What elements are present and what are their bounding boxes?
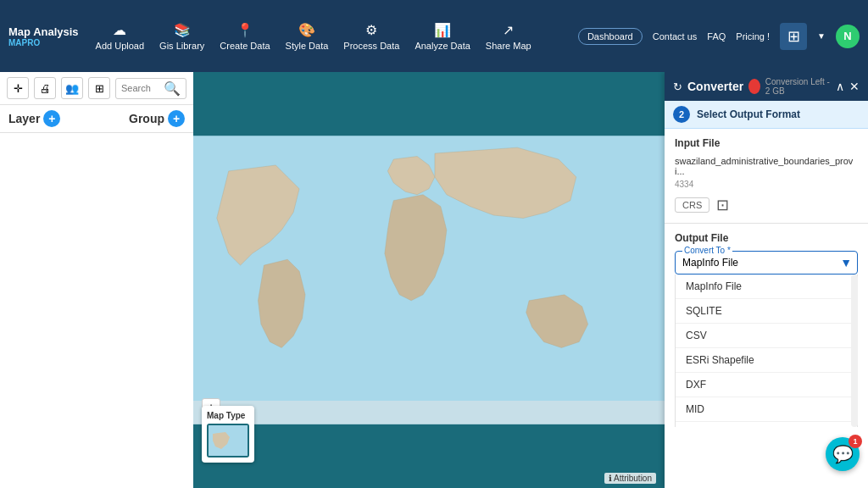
output-file-title: Output File [675,232,858,244]
map-type-panel: Map Type [202,406,254,463]
main-area: ✛ 🖨 👥 ⊞ 🔍 Layer + Group + [0,72,868,488]
format-item-mapinfo[interactable]: MapInfo File [676,274,857,299]
format-item-sqlite[interactable]: SQLITE [676,299,857,324]
map-area[interactable]: + − Map Type ℹ Attribution [193,72,665,488]
conversion-left-label: Conversion Left - 2 GB [765,77,831,96]
top-navigation-bar: Map Analysis MAPRO ☁ Add Upload 📚 Gis Li… [0,0,868,72]
add-upload-icon: ☁ [113,22,126,38]
contact-us-link[interactable]: Contact us [653,31,698,42]
input-file-section: Input File swaziland_administrative_boun… [665,129,868,224]
gis-library-icon: 📚 [174,22,191,38]
format-item-mif[interactable]: MIF [676,422,857,427]
format-item-dxf[interactable]: DXF [676,373,857,397]
format-item-esri_shapefile[interactable]: ESRi Shapefile [676,348,857,373]
nav-gis-library[interactable]: 📚 Gis Library [159,22,204,51]
close-button[interactable]: ✕ [849,80,860,93]
analyze-data-icon: 📊 [434,22,451,38]
format-list: MapInfo FileSQLITECSVESRi ShapefileDXFMI… [675,274,858,427]
nav-share-map-label: Share Map [486,41,531,51]
grid-icon: ⊞ [787,27,800,46]
nav-create-data-label: Create Data [220,41,270,51]
converter-body: Input File swaziland_administrative_boun… [665,129,868,488]
nav-gis-library-label: Gis Library [159,41,204,51]
logo-area: Map Analysis MAPRO [8,25,79,47]
nav-analyze-data[interactable]: 📊 Analyze Data [415,22,470,51]
tool-print-button[interactable]: 🖨 [34,77,56,99]
convert-to-wrapper: Convert To * MapInfo FileSQLITECSVESRi S… [675,251,858,274]
convert-to-label: Convert To * [682,246,732,255]
pricing-link[interactable]: Pricing ! [736,31,770,42]
nav-add-upload[interactable]: ☁ Add Upload [96,22,145,51]
expand-button[interactable]: ∧ [836,80,844,93]
step-label: Select Output Format [697,108,800,120]
converter-panel: ↻ Converter Conversion Left - 2 GB ∧ ✕ 2… [665,72,868,488]
nav-process-data-label: Process Data [343,41,399,51]
map-type-label: Map Type [207,411,249,420]
user-avatar[interactable]: N [836,25,860,48]
map-svg [193,72,665,488]
input-size: 4334 [675,180,858,189]
step-number: 2 [673,106,690,123]
map-type-thumbnail[interactable] [207,424,249,458]
search-box: 🔍 [115,78,186,99]
search-icon: 🔍 [164,80,181,97]
scan-icon[interactable]: ⊡ [716,196,729,214]
layer-add-button[interactable]: + [43,110,60,127]
chat-icon: 💬 [832,444,854,464]
input-filename: swaziland_administrative_boundaries_prov… [675,156,858,176]
chevron-down-icon[interactable]: ▼ [817,31,826,41]
left-panel: ✛ 🖨 👥 ⊞ 🔍 Layer + Group + [0,72,193,488]
layer-group-bar: Layer + Group + [0,105,193,133]
converter-title: Converter [687,80,743,93]
nav-items: ☁ Add Upload 📚 Gis Library 📍 Create Data… [96,22,578,51]
input-file-title: Input File [675,137,858,149]
chat-badge: 1 [849,435,862,448]
refresh-icon: ↻ [673,80,682,93]
faq-link[interactable]: FAQ [707,31,726,42]
group-button[interactable]: Group + [129,110,185,127]
share-map-icon: ↗ [503,22,514,38]
format-scrollbar[interactable] [851,274,858,427]
nav-add-upload-label: Add Upload [96,41,145,51]
nav-create-data[interactable]: 📍 Create Data [220,22,270,51]
format-list-container: MapInfo FileSQLITECSVESRi ShapefileDXFMI… [675,274,858,427]
nav-style-data-label: Style Data [286,41,329,51]
group-label: Group [129,112,164,125]
app-subname: MAPRO [8,38,79,47]
tool-crosshair-button[interactable]: ✛ [7,77,29,99]
nav-process-data[interactable]: ⚙ Process Data [343,22,399,51]
converter-header: ↻ Converter Conversion Left - 2 GB ∧ ✕ [665,72,868,101]
format-item-mid[interactable]: MID [676,397,857,422]
nav-style-data[interactable]: 🎨 Style Data [286,22,329,51]
search-input[interactable] [121,83,164,93]
crs-button[interactable]: CRS [675,197,709,213]
right-nav: Dashboard Contact us FAQ Pricing ! ⊞ ▼ N [578,23,860,50]
create-data-icon: 📍 [236,22,253,38]
attribution-label[interactable]: ℹ Attribution [604,473,656,484]
style-data-icon: 🎨 [298,22,315,38]
map-toolbar: ✛ 🖨 👥 ⊞ 🔍 [0,72,193,105]
layer-label: Layer [8,112,40,125]
dashboard-button[interactable]: Dashboard [578,28,643,45]
tool-persons-button[interactable]: 👥 [61,77,83,99]
step-indicator: 2 Select Output Format [665,101,868,129]
tool-grid-button[interactable]: ⊞ [88,77,110,99]
nav-share-map[interactable]: ↗ Share Map [486,22,531,51]
process-data-icon: ⚙ [365,22,377,38]
group-add-button[interactable]: + [168,110,185,127]
nav-analyze-data-label: Analyze Data [415,41,470,51]
format-item-csv[interactable]: CSV [676,324,857,348]
layer-button[interactable]: Layer + [8,110,60,127]
record-button[interactable] [748,79,760,94]
products-button[interactable]: ⊞ [780,23,807,50]
chat-bubble-button[interactable]: 💬 1 [826,437,860,471]
output-file-section: Output File Convert To * MapInfo FileSQL… [665,224,868,435]
crs-row: CRS ⊡ [675,196,858,214]
app-name: Map Analysis [8,25,79,38]
